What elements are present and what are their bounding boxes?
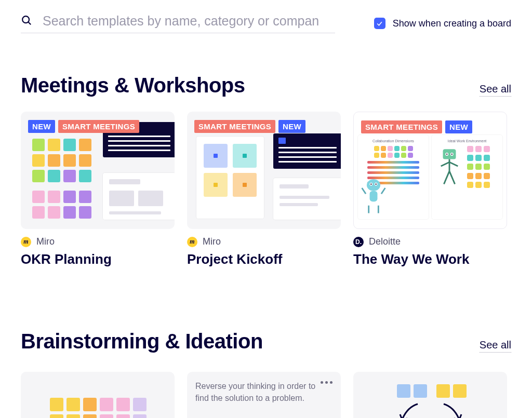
checkbox-icon xyxy=(374,18,385,29)
template-thumb xyxy=(21,372,175,418)
character-illustration xyxy=(359,176,388,218)
svg-line-11 xyxy=(381,188,385,194)
template-title: OKR Planning xyxy=(21,251,175,267)
show-when-creating-toggle[interactable]: Show when creating a board xyxy=(374,18,511,29)
svg-line-19 xyxy=(449,171,455,184)
template-card-okr-planning[interactable]: NEW SMART MEETINGS xyxy=(21,112,175,267)
svg-line-10 xyxy=(362,188,366,194)
section-header-brainstorming: Brainstorming & Ideation See all xyxy=(21,330,511,353)
cards-row-meetings: NEW SMART MEETINGS xyxy=(21,112,511,267)
publisher-name: Miro xyxy=(203,236,221,247)
svg-line-20 xyxy=(441,162,449,166)
badge-smart: SMART MEETINGS xyxy=(194,120,275,133)
svg-point-5 xyxy=(370,183,371,184)
arrow-icon xyxy=(398,402,421,418)
template-thumb xyxy=(353,372,507,418)
template-thumb: NEW SMART MEETINGS xyxy=(21,112,175,229)
badge-new: NEW xyxy=(28,120,55,133)
arrow-icon xyxy=(441,402,463,418)
svg-rect-7 xyxy=(370,191,378,202)
search-input[interactable] xyxy=(43,14,335,29)
template-card-the-way-we-work[interactable]: SMART MEETINGS NEW Collaboration Dimensi… xyxy=(353,112,507,267)
section-title: Brainstorming & Ideation xyxy=(21,330,263,353)
template-prompt-text: Reverse your thinking in order to find t… xyxy=(195,380,316,404)
publisher-name: Miro xyxy=(36,236,55,247)
svg-point-16 xyxy=(451,154,453,155)
svg-point-6 xyxy=(375,183,376,184)
publisher-icon-miro: m xyxy=(187,237,197,247)
search-icon xyxy=(21,15,32,28)
svg-rect-12 xyxy=(443,149,456,159)
cards-row-brainstorming: Reverse your thinking in order to find t… xyxy=(21,372,511,418)
character-illustration xyxy=(437,146,462,188)
badge-smart: SMART MEETINGS xyxy=(361,120,442,133)
publisher-name: Deloitte xyxy=(369,236,401,247)
template-thumb: SMART MEETINGS NEW xyxy=(187,112,341,229)
publisher-icon-miro: m xyxy=(21,237,31,247)
see-all-link[interactable]: See all xyxy=(480,83,511,97)
svg-point-0 xyxy=(22,16,29,23)
badge-smart: SMART MEETINGS xyxy=(58,120,139,133)
more-icon xyxy=(321,381,332,384)
template-card-project-kickoff[interactable]: SMART MEETINGS NEW xyxy=(187,112,341,267)
section-title: Meetings & Workshops xyxy=(21,74,245,97)
search-field-wrap xyxy=(21,14,335,33)
template-thumb: Reverse your thinking in order to find t… xyxy=(187,372,341,418)
svg-point-2 xyxy=(367,179,380,191)
template-card[interactable]: Reverse your thinking in order to find t… xyxy=(187,372,341,418)
publisher-icon-deloitte: D. xyxy=(353,237,364,247)
svg-point-15 xyxy=(446,154,447,155)
badge-new: NEW xyxy=(278,120,305,133)
section-header-meetings: Meetings & Workshops See all xyxy=(21,74,511,97)
template-thumb: SMART MEETINGS NEW Collaboration Dimensi… xyxy=(353,112,507,229)
svg-line-18 xyxy=(444,171,449,184)
show-when-creating-label: Show when creating a board xyxy=(393,18,511,29)
template-title: The Way We Work xyxy=(353,251,507,267)
svg-line-1 xyxy=(29,22,31,24)
template-card[interactable] xyxy=(353,372,507,418)
badge-new: NEW xyxy=(445,120,472,133)
svg-line-21 xyxy=(449,162,458,166)
template-card[interactable] xyxy=(21,372,175,418)
see-all-link[interactable]: See all xyxy=(480,339,511,353)
template-title: Project Kickoff xyxy=(187,251,341,267)
